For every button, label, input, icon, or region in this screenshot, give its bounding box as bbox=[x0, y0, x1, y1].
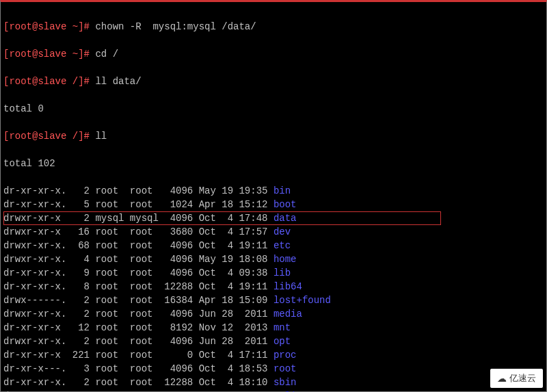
file-name: etc bbox=[274, 240, 291, 251]
total-line: total 0 bbox=[3, 102, 544, 116]
command-text: ll data/ bbox=[90, 76, 142, 87]
listing-row: dr-xr-xr-x. 9 root root 4096 Oct 4 09:38… bbox=[3, 266, 544, 280]
file-meta: drwxr-xr-x. 2 root root 4096 Jun 28 2011 bbox=[3, 309, 274, 319]
file-meta: dr-xr-x---. 3 root root 4096 Oct 4 18:53 bbox=[3, 363, 274, 374]
command-text: ll bbox=[90, 131, 107, 142]
file-name: home bbox=[274, 254, 297, 265]
listing-row: dr-xr-xr-x. 5 root root 1024 Apr 18 15:1… bbox=[3, 198, 544, 211]
file-meta: drwxr-xr-x. 2 root root 4096 Jun 28 2011 bbox=[3, 336, 274, 347]
listing-row: dr-xr-x---. 3 root root 4096 Oct 4 18:53… bbox=[3, 362, 544, 376]
file-meta: dr-xr-xr-x. 2 root root 12288 Oct 4 18:1… bbox=[3, 377, 274, 388]
file-name: bin bbox=[274, 185, 291, 196]
listing-row: drwxr-xr-x 2 mysql mysql 4096 Oct 4 17:4… bbox=[3, 211, 441, 225]
file-name: data bbox=[274, 213, 297, 224]
file-meta: drwx------. 2 root root 16384 Apr 18 15:… bbox=[3, 295, 274, 306]
cloud-icon: ☁ bbox=[497, 371, 507, 385]
listing-row: dr-xr-xr-x. 8 root root 12288 Oct 4 19:1… bbox=[3, 280, 544, 293]
listing-rows: dr-xr-xr-x. 2 root root 4096 May 19 19:3… bbox=[3, 184, 544, 392]
listing-row: drwxr-xr-x. 4 root root 4096 May 19 18:0… bbox=[3, 252, 544, 266]
listing-row: drwxr-xr-x. 2 root root 4096 Jun 28 2011… bbox=[3, 335, 544, 348]
listing-row: drwxr-xr-x. 2 root root 4096 Jun 28 2011… bbox=[3, 307, 544, 321]
file-meta: dr-xr-xr-x. 2 root root 4096 May 19 19:3… bbox=[3, 185, 274, 196]
watermark-text: 亿速云 bbox=[509, 371, 536, 385]
file-meta: dr-xr-xr-x 12 root root 8192 Nov 12 2013 bbox=[3, 322, 274, 333]
file-name: dev bbox=[274, 226, 291, 237]
listing-row: drwxr-xr-x. 2 root root 4096 Apr 18 15:0… bbox=[3, 389, 544, 392]
listing-row: dr-xr-xr-x 12 root root 8192 Nov 12 2013… bbox=[3, 321, 544, 335]
prompt-user: [root@slave /]# bbox=[3, 76, 90, 87]
listing-row: dr-xr-xr-x. 2 root root 12288 Oct 4 18:1… bbox=[3, 376, 544, 389]
listing-row: drwxr-xr-x. 68 root root 4096 Oct 4 19:1… bbox=[3, 239, 544, 252]
prompt-user: [root@slave /]# bbox=[3, 131, 90, 142]
file-name: lib64 bbox=[274, 281, 302, 292]
watermark-badge: ☁ 亿速云 bbox=[490, 369, 543, 388]
listing-row: drwx------. 2 root root 16384 Apr 18 15:… bbox=[3, 293, 544, 307]
listing-row: dr-xr-xr-x 221 root root 0 Oct 4 17:11 p… bbox=[3, 348, 544, 362]
file-meta: dr-xr-xr-x. 9 root root 4096 Oct 4 09:38 bbox=[3, 267, 274, 278]
file-meta: drwxr-xr-x. 4 root root 4096 May 19 18:0… bbox=[3, 254, 274, 265]
file-name: sbin bbox=[274, 377, 297, 388]
prompt-line: [root@slave /]# ll bbox=[3, 129, 544, 143]
prompt-line: [root@slave ~]# cd / bbox=[3, 47, 544, 61]
file-name: lost+found bbox=[274, 295, 331, 306]
command-text: cd / bbox=[90, 49, 118, 60]
total-line: total 102 bbox=[3, 157, 544, 170]
listing-row: dr-xr-xr-x. 2 root root 4096 May 19 19:3… bbox=[3, 184, 544, 198]
prompt-user: [root@slave ~]# bbox=[3, 49, 90, 60]
file-meta: drwxr-xr-x 2 mysql mysql 4096 Oct 4 17:4… bbox=[3, 213, 274, 224]
prompt-line: [root@slave /]# ll data/ bbox=[3, 75, 544, 88]
file-name: mnt bbox=[274, 322, 291, 333]
listing-row: drwxr-xr-x 16 root root 3680 Oct 4 17:57… bbox=[3, 225, 544, 239]
file-name: lib bbox=[274, 267, 291, 278]
prompt-line: [root@slave ~]# chown -R mysql:mysql /da… bbox=[3, 20, 544, 34]
file-name: opt bbox=[274, 336, 291, 347]
terminal-window[interactable]: [root@slave ~]# chown -R mysql:mysql /da… bbox=[0, 0, 547, 392]
file-meta: drwxr-xr-x 16 root root 3680 Oct 4 17:57 bbox=[3, 226, 274, 237]
file-name: root bbox=[274, 363, 297, 374]
file-meta: dr-xr-xr-x. 8 root root 12288 Oct 4 19:1… bbox=[3, 281, 274, 292]
prompt-user: [root@slave ~]# bbox=[3, 21, 90, 32]
file-name: media bbox=[274, 309, 302, 319]
file-meta: drwxr-xr-x. 68 root root 4096 Oct 4 19:1… bbox=[3, 240, 274, 251]
file-name: proc bbox=[274, 350, 297, 361]
file-meta: dr-xr-xr-x. 5 root root 1024 Apr 18 15:1… bbox=[3, 199, 274, 210]
file-meta: dr-xr-xr-x 221 root root 0 Oct 4 17:11 bbox=[3, 350, 274, 361]
command-text: chown -R mysql:mysql /data/ bbox=[90, 21, 256, 32]
file-name: boot bbox=[274, 199, 297, 210]
